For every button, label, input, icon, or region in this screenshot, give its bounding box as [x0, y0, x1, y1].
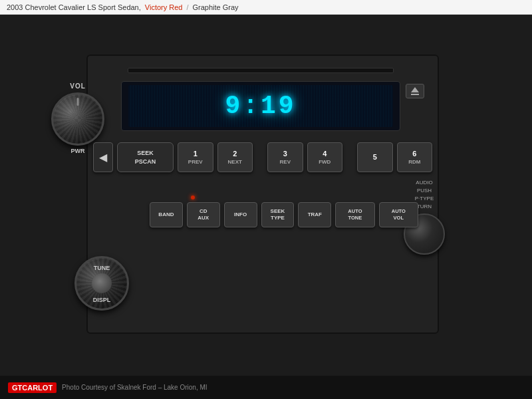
tune-knob[interactable]: TUNE DISPL — [74, 256, 129, 311]
eject-button[interactable] — [406, 84, 424, 98]
cd-aux-line1: CD — [200, 208, 207, 215]
preset-4-num: 4 — [323, 149, 327, 158]
preset-6-button[interactable]: 6 RDM — [397, 142, 433, 172]
seek-label: SEEK — [137, 149, 154, 158]
seek-type-line1: SEEK — [271, 208, 285, 215]
display-area: 9:19 — [121, 81, 400, 131]
auto-vol-button[interactable]: AUTO VOL — [379, 202, 418, 227]
title-bar: 2003 Chevrolet Cavalier LS Sport Sedan, … — [0, 0, 532, 15]
cd-aux-button[interactable]: CD AUX — [187, 202, 220, 227]
preset-1-num: 1 — [194, 149, 198, 158]
preset-2-button[interactable]: 2 NEXT — [217, 142, 253, 172]
eject-triangle-icon — [411, 87, 419, 92]
button-row-2: BAND CD AUX INFO SEEK TYPE TRAF AUTO TON… — [144, 202, 424, 227]
tune-knob-area: TUNE DISPL — [74, 256, 134, 316]
color-red: Victory Red — [145, 3, 183, 11]
preset-5-button[interactable]: 5 — [357, 142, 393, 172]
cd-aux-line2: AUX — [198, 215, 209, 221]
knob-ridges — [53, 94, 102, 144]
seek-type-button[interactable]: SEEK TYPE — [261, 202, 295, 227]
preset-2-num: 2 — [233, 149, 237, 158]
time-display: 9:19 — [225, 92, 296, 120]
auto-tone-line1: AUTO — [348, 208, 362, 215]
vol-label: VOL — [70, 82, 86, 90]
carlot-text: CARLOT — [22, 384, 53, 392]
auto-vol-line2: VOL — [394, 215, 404, 221]
tune-label: TUNE — [94, 265, 110, 271]
photo-credit: Photo Courtesy of Skalnek Ford – Lake Or… — [62, 384, 207, 391]
preset-3-button[interactable]: 3 REV — [267, 142, 303, 172]
gt-logo: GTCARLOT — [8, 382, 57, 393]
cd-slot — [128, 68, 394, 73]
red-led — [191, 196, 195, 200]
photo-area: 9:19 VOL PWR ◀ SEEK PSCAN 1 PR — [0, 15, 532, 390]
auto-vol-line1: AUTO — [392, 208, 406, 215]
preset-5-num: 5 — [373, 152, 377, 162]
band-button[interactable]: BAND — [150, 202, 183, 227]
seek-type-line2: TYPE — [271, 215, 285, 221]
preset-4-label: FWD — [319, 159, 331, 166]
vol-knob[interactable]: VOL PWR — [51, 92, 104, 146]
preset-6-num: 6 — [412, 149, 416, 158]
auto-tone-line2: TONE — [348, 215, 362, 221]
preset-1-label: PREV — [188, 159, 203, 166]
info-left: GTCARLOT Photo Courtesy of Skalnek Ford … — [8, 382, 207, 393]
seek-pscan-button[interactable]: SEEK PSCAN — [117, 142, 174, 172]
separator: / — [186, 3, 188, 11]
displ-label: DISPL — [93, 297, 111, 303]
preset-6-label: RDM — [408, 159, 420, 166]
radio-unit: 9:19 VOL PWR ◀ SEEK PSCAN 1 PR — [86, 55, 439, 334]
traf-label: TRAF — [308, 211, 322, 218]
info-label: INFO — [234, 211, 247, 218]
color-gray: Graphite Gray — [193, 3, 239, 11]
preset-1-button[interactable]: 1 PREV — [178, 142, 213, 172]
traf-button[interactable]: TRAF — [298, 202, 331, 227]
preset-3-label: REV — [280, 159, 291, 166]
display-inner: 9:19 — [128, 85, 392, 126]
car-name: 2003 Chevrolet Cavalier LS Sport Sedan, — [7, 3, 141, 11]
tune-inner-knob — [92, 273, 112, 293]
band-label: BAND — [158, 211, 174, 218]
preset-2-label: NEXT — [228, 159, 242, 166]
pwr-label: PWR — [71, 148, 85, 154]
gt-text: GT — [12, 384, 22, 392]
auto-tone-button[interactable]: AUTO TONE — [335, 202, 374, 227]
info-bar: GTCARLOT Photo Courtesy of Skalnek Ford … — [0, 376, 532, 399]
button-row-1: ◀ SEEK PSCAN 1 PREV 2 NEXT 3 REV 4 FWD — [88, 142, 438, 172]
info-button[interactable]: INFO — [224, 202, 257, 227]
preset-4-button[interactable]: 4 FWD — [307, 142, 343, 172]
preset-3-num: 3 — [283, 149, 287, 158]
arrow-left-button[interactable]: ◀ — [93, 142, 113, 172]
eject-line-icon — [411, 94, 419, 95]
pscan-label: PSCAN — [135, 158, 156, 166]
